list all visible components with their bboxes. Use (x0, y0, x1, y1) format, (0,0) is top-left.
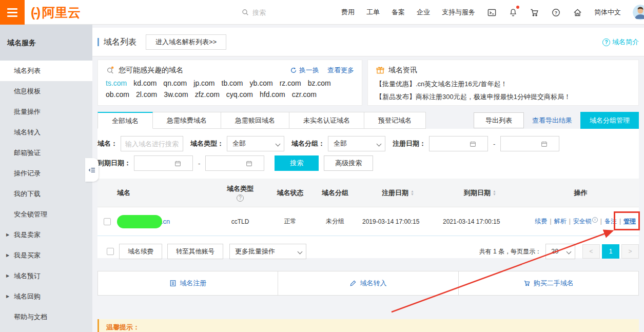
suggested-domain[interactable]: bz.com (308, 79, 331, 87)
sidebar-item-buyer[interactable]: ▶我是买家 (0, 245, 92, 266)
sidebar-item-help-docs[interactable]: 帮助与文档 (0, 307, 92, 327)
sort-icons[interactable]: ▲▼ (493, 190, 496, 196)
help-icon[interactable]: ? (551, 8, 561, 17)
domain-suffix[interactable]: .cn (161, 218, 170, 225)
domain-group-select[interactable]: 全部 (328, 136, 385, 151)
expire-date-end-input[interactable] (205, 155, 264, 171)
tab-all-domains[interactable]: 全部域名 (97, 112, 153, 129)
safelock-link[interactable]: 安全锁 (573, 218, 592, 225)
nav-item-tickets[interactable]: 工单 (366, 8, 380, 17)
nav-item-enterprise[interactable]: 企业 (417, 8, 430, 17)
domain-type-select[interactable]: 全部 (227, 136, 284, 151)
manage-link[interactable]: 管理 (623, 218, 636, 225)
nav-item-icp[interactable]: 备案 (392, 8, 405, 17)
group-manage-button[interactable]: 域名分组管理 (580, 112, 639, 129)
cell-type: ccTLD (212, 218, 268, 225)
note-link[interactable]: 备注 (604, 218, 617, 225)
export-list-button[interactable]: 导出列表 (474, 112, 524, 128)
home-icon[interactable] (573, 8, 582, 17)
suggested-domain[interactable]: 3w.com (164, 90, 188, 99)
chevron-down-icon (298, 249, 303, 255)
suggested-domain[interactable]: kd.com (133, 79, 157, 87)
domain-intro-link[interactable]: ? 域名简介 (602, 37, 639, 47)
batch-transfer-button[interactable]: 转至其他账号 (167, 244, 223, 259)
transfer-in-link[interactable]: 域名转入 (349, 279, 386, 288)
sidebar-item-batch-ops[interactable]: 批量操作 (0, 102, 92, 122)
suggested-domain[interactable]: qn.com (163, 79, 187, 87)
terminal-icon[interactable] (487, 8, 497, 17)
sidebar-item-domain-list[interactable]: 域名列表 (0, 61, 92, 81)
sidebar-item-email-verify[interactable]: 邮箱验证 (0, 143, 92, 163)
tab-renew-urgent[interactable]: 急需续费域名 (152, 112, 221, 129)
suggested-domain[interactable]: yb.com (250, 79, 273, 87)
sidebar-item-op-records[interactable]: 操作记录 (0, 163, 92, 184)
cell-reg-date: 2019-03-14 17:00:15 (358, 218, 438, 225)
sidebar-item-buyback[interactable]: ▶域名回购 (0, 286, 92, 307)
suggested-domain[interactable]: cyq.com (226, 90, 253, 99)
tab-redeem-urgent[interactable]: 急需赎回域名 (221, 112, 289, 129)
navbar-search-input[interactable] (252, 9, 319, 16)
buy-secondhand-link[interactable]: 购买二手域名 (523, 279, 574, 288)
sidebar-collapse-handle[interactable] (85, 158, 99, 182)
expire-date-start-input[interactable] (134, 155, 193, 171)
suggested-domain[interactable]: hfd.com (260, 90, 285, 99)
advanced-search-button[interactable]: 高级搜索 (324, 155, 373, 171)
more-batch-ops-select[interactable]: 更多批量操作 (229, 244, 306, 259)
col-status: 域名状态 (268, 188, 312, 198)
batch-renew-button[interactable]: 域名续费 (119, 244, 162, 259)
reg-date-start-input[interactable] (429, 136, 488, 151)
sidebar-item-my-downloads[interactable]: 我的下载 (0, 184, 92, 204)
navbar-search[interactable] (241, 5, 319, 19)
register-domain-link[interactable]: 域名注册 (169, 279, 206, 288)
renew-link[interactable]: 续费 (535, 218, 548, 225)
sidebar-item-safelock[interactable]: 安全锁管理 (0, 204, 92, 225)
tabs-row: 全部域名 急需续费域名 急需赎回域名 未实名认证域名 预登记域名 导出列表 查看… (97, 112, 639, 129)
expand-arrow-icon: ▶ (6, 266, 9, 286)
col-expire-date[interactable]: 到期日期▲▼ (438, 188, 522, 198)
current-page-button[interactable]: 1 (602, 244, 619, 259)
nav-item-billing[interactable]: 费用 (341, 8, 355, 17)
aliyun-logo[interactable]: (-) 阿里云 (31, 0, 81, 25)
sort-icons[interactable]: ▲▼ (411, 190, 414, 196)
news-line-2[interactable]: 【新品发布】商标注册300元起，极速申报最快1分钟提交商标局！ (376, 90, 631, 103)
page-size-select[interactable]: 20 (545, 244, 575, 259)
user-avatar[interactable] (633, 5, 644, 20)
suggested-domain[interactable]: tb.com (222, 79, 243, 87)
bell-icon[interactable] (509, 8, 518, 17)
sidebar-item-prebook[interactable]: ▶域名预订 (0, 266, 92, 286)
nav-item-support[interactable]: 支持与服务 (442, 8, 475, 17)
suggested-domain[interactable]: ob.com (106, 90, 129, 99)
resolve-link[interactable]: 解析 (554, 218, 567, 225)
sidebar-item-seller[interactable]: ▶我是卖家 (0, 225, 92, 245)
reg-date-end-input[interactable] (500, 136, 559, 151)
suggested-domain[interactable]: rz.com (280, 79, 301, 87)
prev-page-button[interactable]: < (582, 244, 600, 259)
view-export-result-link[interactable]: 查看导出结果 (532, 116, 572, 125)
hamburger-menu-button[interactable] (0, 0, 25, 25)
news-line-1[interactable]: 【批量优惠】.cn英文域名注册16元/首年起！ (376, 77, 631, 90)
tab-preregistered[interactable]: 预登记域名 (364, 112, 426, 129)
type-help-icon[interactable]: ? (237, 194, 244, 202)
select-all-checkbox[interactable] (107, 248, 114, 255)
cart-icon[interactable] (530, 8, 539, 17)
tab-unverified[interactable]: 未实名认证域名 (289, 112, 364, 129)
suggested-domain[interactable]: zfz.com (195, 90, 220, 99)
domain-cell[interactable]: .cn (117, 215, 212, 228)
language-switcher[interactable]: 简体中文 (594, 8, 621, 17)
sidebar-item-info-template[interactable]: 信息模板 (0, 81, 92, 102)
suggested-domain[interactable]: ts.com (106, 79, 127, 87)
sidebar-item-transfer-in[interactable]: 域名转入 (0, 122, 92, 143)
suggested-domain[interactable]: 2l.com (136, 90, 157, 99)
suggested-domain[interactable]: jp.com (193, 79, 214, 87)
row-checkbox[interactable] (104, 218, 111, 225)
domain-search-input[interactable] (121, 136, 183, 151)
suggested-domain[interactable]: czr.com (292, 90, 317, 99)
aliyun-console-screen: (-) 阿里云 费用 工单 备案 企业 支持与服务 ? (0, 0, 644, 332)
filter-row-2: 到期日期： - 搜索 高级搜索 (97, 155, 639, 171)
enter-dns-list-button[interactable]: 进入域名解析列表>> (146, 34, 226, 50)
view-more-domains-link[interactable]: 查看更多 (327, 66, 354, 75)
next-page-button[interactable]: > (621, 244, 639, 259)
col-reg-date[interactable]: 注册日期▲▼ (358, 188, 438, 198)
refresh-domains-link[interactable]: 换一换 (290, 66, 319, 75)
search-button[interactable]: 搜索 (275, 155, 319, 171)
